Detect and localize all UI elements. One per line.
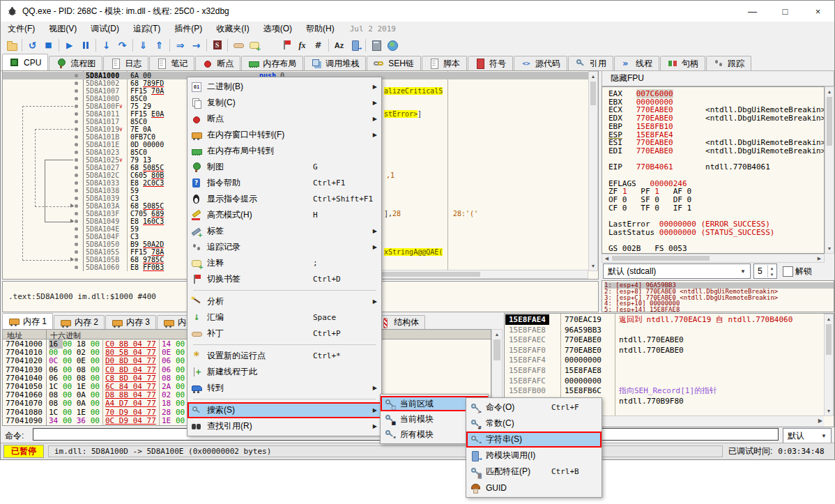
breakpoint-dot[interactable] [75, 97, 78, 100]
tab-handles[interactable]: 句柄 [660, 56, 705, 70]
font-case-button[interactable]: Az [331, 38, 347, 53]
stack-row[interactable]: 15E8FAF0770EABE0ntdll.770EABE0 [505, 345, 824, 356]
maximize-button[interactable]: □ [769, 1, 802, 22]
breakpoint-dot[interactable] [75, 227, 78, 231]
execute-till-return-button[interactable]: ⇓ [135, 38, 151, 53]
step-into-button[interactable]: ↓ [98, 38, 114, 53]
registers-view[interactable]: EAX 007C6000EBX 00000000ECX 770EABE0 <nt… [602, 86, 825, 254]
menu-item-command[interactable]: >命令(O)Ctrl+F [466, 399, 602, 415]
stack-row[interactable]: 15E8FAE896A59BB3 [505, 325, 824, 335]
tab-script[interactable]: 脚本 [422, 56, 467, 70]
stack-row[interactable]: 15E8FAEC770EABE0ntdll.770EABE0 [505, 335, 824, 345]
run-trace-button[interactable]: → [188, 38, 204, 53]
breakpoint-dot[interactable] [75, 74, 78, 77]
breakpoint-dot[interactable] [75, 120, 78, 123]
patch-button[interactable] [230, 38, 246, 53]
scroll-down-arrow[interactable]: ▼ [825, 244, 834, 253]
breakpoint-dot[interactable] [75, 212, 78, 215]
breakpoint-dot[interactable] [75, 243, 78, 246]
breakpoint-dot[interactable] [75, 266, 78, 269]
breakpoint-dot[interactable] [75, 250, 78, 254]
stack-row[interactable]: 15E8FAF815E8FAE8 [505, 365, 824, 376]
run-button[interactable]: ▶ [61, 38, 77, 53]
breakpoint-dot[interactable] [75, 204, 78, 208]
register-row[interactable]: EIP 770B4061 ntdll.770B4061 [608, 163, 770, 171]
tab-source[interactable]: 源代码 [514, 56, 567, 70]
close-button[interactable]: × [802, 1, 834, 22]
minimize-button[interactable]: — [736, 1, 769, 22]
tab-memory-map[interactable]: 内存布局 [241, 56, 303, 70]
register-row[interactable]: LastStatus 00000000 (STATUS_SUCCESS) [608, 229, 774, 237]
menu-item-analysis[interactable]: 分析▶ [187, 293, 381, 310]
stack-row[interactable]: 15E8FB0015E8FB6C指向SEH_Record[1]的指针 [505, 385, 824, 396]
menu-item-pattern[interactable]: ▒匹配特征(P)Ctrl+B [466, 464, 602, 480]
breakpoint-dot[interactable] [75, 135, 78, 139]
menu-item-assemble[interactable]: 汇编Space [187, 310, 381, 326]
menu-item-binary[interactable]: 二进制(B)▶ [187, 79, 381, 95]
disasm-vscrollbar[interactable]: ▲ ▼ [588, 71, 598, 271]
scroll-thumb[interactable] [826, 324, 832, 355]
comments-button[interactable] [246, 38, 262, 53]
tab-call-stack[interactable]: 调用堆栈 [304, 56, 366, 70]
menubar-item-options[interactable]: 选项(O) [256, 22, 299, 36]
stack-row[interactable]: 15E8FAFC00000000 [505, 376, 824, 386]
step-over-button[interactable]: ↷ [114, 38, 130, 53]
breakpoint-dot[interactable] [75, 235, 78, 238]
dump-tab-dump-1[interactable]: 内存 1 [2, 313, 53, 329]
menubar-item-help[interactable]: 帮助(H) [299, 22, 342, 36]
breakpoint-dot[interactable] [75, 82, 78, 85]
scroll-right-arrow[interactable]: ▶ [815, 254, 824, 262]
open-file-button[interactable] [3, 38, 20, 53]
hide-fpu-bar[interactable]: 隐藏FPU [602, 70, 834, 86]
breakpoint-dot[interactable] [75, 89, 78, 93]
breakpoint-dot[interactable] [75, 181, 78, 185]
menu-item-label[interactable]: 标签▶ [187, 223, 381, 239]
scroll-up-arrow[interactable]: ▲ [589, 72, 597, 81]
restart-button[interactable]: ↺ [24, 38, 40, 53]
unlock-checkbox[interactable] [783, 266, 793, 277]
menu-item-find-references[interactable]: 查找引用(R)▶ [187, 418, 381, 434]
breakpoint-dot[interactable] [75, 258, 78, 261]
scroll-up-arrow[interactable]: ▲ [825, 87, 834, 96]
call-argument-row[interactable]: 5: [esp+14] 15E8FAE8 [604, 307, 834, 312]
tab-seh[interactable]: SEH链 [367, 56, 421, 70]
stack-row[interactable]: 15E8FAE4770EAC19返回到 ntdll.770EAC19 自 ntd… [505, 314, 824, 325]
menubar-item-view[interactable]: 视图(V) [42, 22, 84, 36]
menu-item-set-new-origin[interactable]: 设置新的运行点Ctrl+* [187, 348, 381, 364]
menu-item-intermodular-calls[interactable]: 跨模块调用(I) [466, 448, 602, 464]
menu-item-patch[interactable]: 补丁Ctrl+P [187, 326, 381, 342]
menu-item-show-mnemonic-brief[interactable]: 显示指令提示Ctrl+Shift+F1 [187, 191, 381, 207]
scroll-down-arrow[interactable]: ▼ [825, 406, 833, 415]
scroll-thumb[interactable] [827, 97, 832, 146]
register-row[interactable]: EDI 770EABE0 <ntdll.DbgUiRemoteBreakin> [608, 147, 825, 155]
menubar-item-file[interactable]: 文件(F) [1, 22, 42, 36]
breakpoint-dot[interactable] [75, 197, 78, 200]
menu-item-breakpoint[interactable]: 断点▶ [187, 111, 381, 127]
calling-convention-select[interactable]: 默认 (stdcall) ▼ [603, 264, 751, 279]
dump-tab-dump-2[interactable]: 内存 2 [54, 315, 105, 329]
menu-item-goto[interactable]: 转到▶ [187, 380, 381, 396]
scroll-down-arrow[interactable]: ▼ [589, 261, 597, 270]
dump-tab-dump-3[interactable]: 内存 3 [105, 315, 156, 329]
breakpoint-dot[interactable] [75, 174, 78, 177]
modules-device-button[interactable] [347, 38, 363, 53]
menu-item-comment[interactable]: 注释; [187, 255, 381, 271]
functions-fx-button[interactable]: fx [294, 38, 310, 53]
register-row[interactable]: GS 002B FS 0053 [608, 245, 687, 253]
breakpoint-dot[interactable] [75, 220, 78, 223]
tab-threads[interactable]: 线程 [614, 56, 659, 70]
breakpoint-dot[interactable] [75, 189, 78, 192]
spinner-arrows[interactable]: ▲▼ [767, 265, 776, 277]
tab-notes[interactable]: 笔记 [149, 56, 194, 70]
menu-item-search[interactable]: 搜索(S)▶ [187, 402, 381, 418]
scroll-left-arrow[interactable]: ◀ [602, 254, 611, 262]
breakpoint-dot[interactable] [75, 128, 78, 131]
menu-item-instruction-help[interactable]: 指令帮助Ctrl+F1 [187, 175, 381, 191]
breakpoint-dot[interactable] [75, 143, 78, 146]
menu-item-create-thread-here[interactable]: 新建线程于此 [187, 364, 381, 380]
calculator-button[interactable] [368, 38, 384, 53]
labels-button[interactable] [262, 38, 278, 53]
breakpoint-dot[interactable] [75, 105, 78, 108]
breakpoint-dot[interactable] [75, 158, 78, 162]
registers-hscrollbar[interactable]: ◀ ▶ [602, 254, 825, 263]
